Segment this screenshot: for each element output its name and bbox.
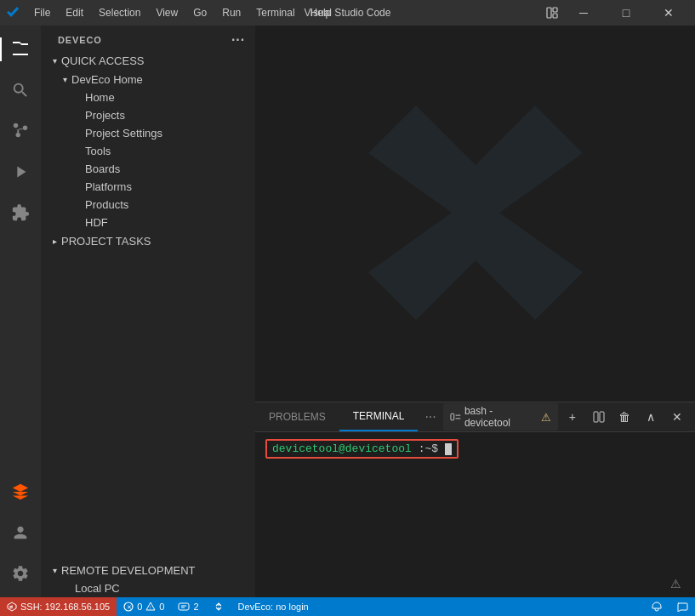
terminal-warning: ⚠ bbox=[255, 577, 688, 590]
menu-view[interactable]: View bbox=[149, 5, 185, 20]
settings-activity-icon[interactable] bbox=[0, 553, 41, 594]
section-label-remote-dev: REMOTE DEVELOPMENT bbox=[61, 564, 195, 577]
chevron-down-icon: ▾ bbox=[58, 72, 71, 86]
title-bar-left: File Edit Selection View Go Run Terminal… bbox=[7, 5, 338, 20]
svg-rect-2 bbox=[553, 14, 557, 18]
notifications-status[interactable] bbox=[644, 597, 669, 616]
sidebar-item-projects[interactable]: Projects bbox=[41, 106, 255, 124]
activity-bar-bottom bbox=[0, 471, 41, 597]
svg-text:⇄: ⇄ bbox=[9, 604, 13, 609]
extensions-activity-icon[interactable] bbox=[0, 192, 41, 233]
prompt-user: devicetool@devicetool bbox=[272, 442, 412, 455]
sidebar-spacer bbox=[41, 250, 255, 561]
sidebar-deveco-home[interactable]: ▾ DevEco Home bbox=[41, 70, 255, 88]
account-activity-icon[interactable] bbox=[0, 512, 41, 553]
warning-icon: ⚠ bbox=[541, 411, 551, 424]
tab-terminal[interactable]: TERMINAL bbox=[339, 402, 419, 431]
section-label-project-tasks: PROJECT TASKS bbox=[61, 235, 151, 248]
layout-icon[interactable] bbox=[544, 4, 561, 21]
run-debug-activity-icon[interactable] bbox=[0, 151, 41, 192]
window-controls: ─ □ ✕ bbox=[544, 0, 688, 26]
svg-rect-0 bbox=[547, 8, 551, 18]
menu-file[interactable]: File bbox=[27, 5, 57, 20]
sidebar-header: DEVECO ··· bbox=[41, 26, 255, 51]
sidebar-item-project-settings[interactable]: Project Settings bbox=[41, 124, 255, 142]
status-bar: ⇄ SSH: 192.168.56.105 ✕ 0 ! 0 2 bbox=[0, 597, 695, 616]
activity-bar bbox=[0, 26, 41, 597]
sidebar-item-hdf[interactable]: HDF bbox=[41, 214, 255, 231]
ssh-status-label: SSH: 192.168.56.105 bbox=[20, 602, 110, 612]
sidebar-deveco-home-label: DevEco Home bbox=[71, 73, 143, 86]
prompt-suffix: :~$ bbox=[419, 442, 438, 455]
bash-indicator[interactable]: bash - devicetool ⚠ bbox=[443, 403, 558, 431]
close-button[interactable]: ✕ bbox=[649, 0, 688, 26]
maximize-button[interactable]: □ bbox=[607, 0, 646, 26]
svg-rect-1 bbox=[553, 8, 557, 12]
sidebar: DEVECO ··· ▾ QUICK ACCESS ▾ DevEco Home … bbox=[41, 26, 255, 597]
search-activity-icon[interactable] bbox=[0, 70, 41, 111]
errors-status[interactable]: ✕ 0 ! 0 bbox=[117, 597, 171, 616]
chevron-down-icon: ▾ bbox=[48, 563, 61, 577]
sidebar-item-tools[interactable]: Tools bbox=[41, 142, 255, 160]
remote-sync-status[interactable] bbox=[206, 597, 231, 616]
source-control-activity-icon[interactable] bbox=[0, 111, 41, 151]
sidebar-item-platforms[interactable]: Platforms bbox=[41, 178, 255, 196]
sidebar-item-projects-label: Projects bbox=[85, 109, 125, 122]
status-bar-right bbox=[644, 597, 695, 616]
sidebar-section-remote-dev[interactable]: ▾ REMOTE DEVELOPMENT bbox=[41, 561, 255, 579]
sidebar-item-project-settings-label: Project Settings bbox=[85, 127, 162, 140]
sidebar-item-local-pc[interactable]: Local PC bbox=[41, 579, 255, 597]
remote-development-section: ▾ REMOTE DEVELOPMENT Local PC bbox=[41, 561, 255, 597]
menu-terminal[interactable]: Terminal bbox=[249, 5, 301, 20]
bash-label: bash - devicetool bbox=[464, 405, 538, 429]
menu-go[interactable]: Go bbox=[186, 5, 214, 20]
ports-status[interactable]: 2 bbox=[171, 597, 205, 616]
sidebar-item-tools-label: Tools bbox=[85, 145, 111, 157]
sidebar-title: DEVECO bbox=[58, 35, 102, 45]
terminal-more-button[interactable]: ··· bbox=[418, 409, 442, 425]
sidebar-more-button[interactable]: ··· bbox=[231, 32, 245, 48]
close-terminal-button[interactable]: ✕ bbox=[665, 405, 688, 429]
sidebar-section-project-tasks[interactable]: ▸ PROJECT TASKS bbox=[41, 231, 255, 250]
main-area: DEVECO ··· ▾ QUICK ACCESS ▾ DevEco Home … bbox=[0, 26, 695, 597]
terminal-panel: PROBLEMS TERMINAL ··· bash - devicetool … bbox=[255, 402, 695, 597]
svg-marker-3 bbox=[368, 106, 583, 320]
window-title: Visual Studio Code bbox=[305, 7, 391, 19]
terminal-cursor bbox=[445, 443, 452, 455]
kill-terminal-button[interactable]: 🗑 bbox=[613, 405, 636, 429]
ssh-status[interactable]: ⇄ SSH: 192.168.56.105 bbox=[0, 597, 117, 616]
explorer-activity-icon[interactable] bbox=[0, 29, 41, 70]
deveco-activity-icon[interactable] bbox=[0, 471, 41, 512]
editor-main[interactable] bbox=[255, 26, 695, 402]
minimize-button[interactable]: ─ bbox=[564, 0, 603, 26]
chat-status[interactable] bbox=[669, 597, 695, 616]
tab-problems[interactable]: PROBLEMS bbox=[255, 402, 339, 431]
vscode-watermark bbox=[356, 94, 595, 334]
terminal-prompt: devicetool@devicetool :~$ bbox=[265, 439, 459, 459]
chevron-right-icon: ▸ bbox=[48, 234, 61, 248]
sidebar-section-quick-access[interactable]: ▾ QUICK ACCESS bbox=[41, 51, 255, 70]
svg-text:✕: ✕ bbox=[127, 604, 132, 610]
terminal-tab-right-controls: bash - devicetool ⚠ + 🗑 ∧ ✕ bbox=[443, 403, 695, 431]
menu-bar: File Edit Selection View Go Run Terminal… bbox=[27, 5, 338, 20]
deveco-status[interactable]: DevEco: no login bbox=[231, 597, 316, 616]
sidebar-item-home[interactable]: Home bbox=[41, 88, 255, 106]
deveco-status-label: DevEco: no login bbox=[238, 602, 309, 612]
add-terminal-button[interactable]: + bbox=[561, 405, 584, 429]
warnings-count: 0 bbox=[159, 602, 164, 612]
menu-run[interactable]: Run bbox=[215, 5, 248, 20]
maximize-terminal-button[interactable]: ∧ bbox=[640, 405, 663, 429]
section-label-quick-access: QUICK ACCESS bbox=[61, 54, 145, 67]
svg-rect-7 bbox=[594, 412, 598, 422]
chevron-down-icon: ▾ bbox=[48, 54, 61, 67]
editor-area: PROBLEMS TERMINAL ··· bash - devicetool … bbox=[255, 26, 695, 597]
sidebar-item-boards[interactable]: Boards bbox=[41, 160, 255, 178]
split-terminal-button[interactable] bbox=[587, 405, 610, 429]
ports-count: 2 bbox=[193, 602, 198, 612]
menu-selection[interactable]: Selection bbox=[92, 5, 147, 20]
terminal-content[interactable]: devicetool@devicetool :~$ bbox=[255, 432, 695, 584]
svg-rect-13 bbox=[179, 603, 189, 610]
menu-edit[interactable]: Edit bbox=[59, 5, 90, 20]
status-bar-left: ⇄ SSH: 192.168.56.105 ✕ 0 ! 0 2 bbox=[0, 597, 316, 616]
sidebar-item-products[interactable]: Products bbox=[41, 196, 255, 214]
